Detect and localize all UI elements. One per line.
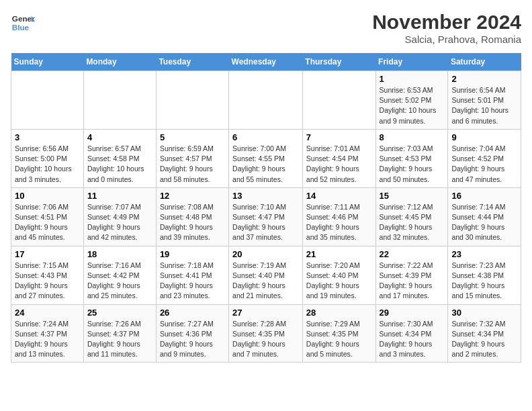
day-number: 17 — [15, 249, 80, 259]
logo: General Blue General Blue — [11, 11, 35, 35]
day-info: Sunrise: 7:18 AM Sunset: 4:41 PM Dayligh… — [160, 261, 225, 302]
day-info: Sunrise: 7:12 AM Sunset: 4:45 PM Dayligh… — [380, 202, 445, 243]
day-info: Sunrise: 7:11 AM Sunset: 4:46 PM Dayligh… — [306, 202, 372, 243]
day-number: 9 — [451, 132, 517, 142]
day-info: Sunrise: 6:59 AM Sunset: 4:57 PM Dayligh… — [160, 144, 225, 185]
day-number: 3 — [15, 132, 80, 142]
day-cell: 26Sunrise: 7:27 AM Sunset: 4:36 PM Dayli… — [156, 304, 228, 363]
col-header-monday: Monday — [83, 53, 156, 71]
day-number: 4 — [87, 132, 152, 142]
day-info: Sunrise: 7:19 AM Sunset: 4:40 PM Dayligh… — [232, 261, 299, 302]
day-info: Sunrise: 7:22 AM Sunset: 4:39 PM Dayligh… — [380, 261, 445, 302]
day-number: 5 — [160, 132, 225, 142]
col-header-friday: Friday — [375, 53, 448, 71]
day-cell — [11, 71, 84, 130]
day-number: 28 — [306, 308, 372, 318]
day-info: Sunrise: 7:29 AM Sunset: 4:35 PM Dayligh… — [306, 319, 372, 360]
day-info: Sunrise: 6:57 AM Sunset: 4:58 PM Dayligh… — [87, 144, 152, 185]
day-info: Sunrise: 7:30 AM Sunset: 4:34 PM Dayligh… — [380, 319, 445, 360]
day-info: Sunrise: 6:54 AM Sunset: 5:01 PM Dayligh… — [451, 85, 517, 126]
col-header-thursday: Thursday — [302, 53, 375, 71]
day-info: Sunrise: 6:56 AM Sunset: 5:00 PM Dayligh… — [15, 144, 80, 185]
day-info: Sunrise: 7:28 AM Sunset: 4:35 PM Dayligh… — [232, 319, 299, 360]
day-info: Sunrise: 7:26 AM Sunset: 4:37 PM Dayligh… — [87, 319, 152, 360]
week-row-1: 1Sunrise: 6:53 AM Sunset: 5:02 PM Daylig… — [11, 71, 521, 130]
day-cell: 11Sunrise: 7:07 AM Sunset: 4:49 PM Dayli… — [83, 187, 156, 246]
day-cell: 27Sunrise: 7:28 AM Sunset: 4:35 PM Dayli… — [229, 304, 303, 363]
week-row-2: 3Sunrise: 6:56 AM Sunset: 5:00 PM Daylig… — [11, 129, 521, 187]
day-info: Sunrise: 6:53 AM Sunset: 5:02 PM Dayligh… — [380, 85, 445, 126]
page-title: November 2024 — [372, 11, 521, 34]
day-number: 13 — [232, 191, 299, 201]
day-cell: 4Sunrise: 6:57 AM Sunset: 4:58 PM Daylig… — [83, 129, 156, 187]
day-info: Sunrise: 7:23 AM Sunset: 4:38 PM Dayligh… — [451, 261, 517, 302]
day-cell — [302, 71, 375, 130]
day-number: 30 — [451, 308, 517, 318]
calendar-table: SundayMondayTuesdayWednesdayThursdayFrid… — [11, 53, 521, 363]
day-cell — [83, 71, 156, 130]
day-cell: 21Sunrise: 7:20 AM Sunset: 4:40 PM Dayli… — [302, 246, 375, 304]
day-cell: 15Sunrise: 7:12 AM Sunset: 4:45 PM Dayli… — [375, 187, 448, 246]
col-header-wednesday: Wednesday — [229, 53, 303, 71]
day-number: 6 — [232, 132, 299, 142]
week-row-5: 24Sunrise: 7:24 AM Sunset: 4:37 PM Dayli… — [11, 304, 521, 363]
week-row-4: 17Sunrise: 7:15 AM Sunset: 4:43 PM Dayli… — [11, 246, 521, 304]
day-number: 1 — [380, 74, 445, 84]
day-cell: 8Sunrise: 7:03 AM Sunset: 4:53 PM Daylig… — [375, 129, 448, 187]
day-info: Sunrise: 7:06 AM Sunset: 4:51 PM Dayligh… — [15, 202, 80, 243]
day-cell: 23Sunrise: 7:23 AM Sunset: 4:38 PM Dayli… — [448, 246, 521, 304]
day-cell: 25Sunrise: 7:26 AM Sunset: 4:37 PM Dayli… — [83, 304, 156, 363]
day-info: Sunrise: 7:15 AM Sunset: 4:43 PM Dayligh… — [15, 261, 80, 302]
day-cell: 10Sunrise: 7:06 AM Sunset: 4:51 PM Dayli… — [11, 187, 84, 246]
day-number: 7 — [306, 132, 372, 142]
day-number: 20 — [232, 249, 299, 259]
day-info: Sunrise: 7:08 AM Sunset: 4:48 PM Dayligh… — [160, 202, 225, 243]
day-cell: 14Sunrise: 7:11 AM Sunset: 4:46 PM Dayli… — [302, 187, 375, 246]
day-cell: 16Sunrise: 7:14 AM Sunset: 4:44 PM Dayli… — [448, 187, 521, 246]
day-number: 24 — [15, 308, 80, 318]
day-cell: 1Sunrise: 6:53 AM Sunset: 5:02 PM Daylig… — [375, 71, 448, 130]
logo-icon: General Blue — [11, 11, 35, 35]
day-info: Sunrise: 7:01 AM Sunset: 4:54 PM Dayligh… — [306, 144, 372, 185]
day-number: 29 — [380, 308, 445, 318]
page-subtitle: Salcia, Prahova, Romania — [372, 34, 521, 45]
header-row: SundayMondayTuesdayWednesdayThursdayFrid… — [11, 53, 521, 71]
day-number: 18 — [87, 249, 152, 259]
day-number: 8 — [380, 132, 445, 142]
day-number: 15 — [380, 191, 445, 201]
day-number: 14 — [306, 191, 372, 201]
day-number: 2 — [451, 74, 517, 84]
day-cell: 5Sunrise: 6:59 AM Sunset: 4:57 PM Daylig… — [156, 129, 228, 187]
day-cell: 29Sunrise: 7:30 AM Sunset: 4:34 PM Dayli… — [375, 304, 448, 363]
day-cell: 18Sunrise: 7:16 AM Sunset: 4:42 PM Dayli… — [83, 246, 156, 304]
col-header-sunday: Sunday — [11, 53, 84, 71]
day-info: Sunrise: 7:14 AM Sunset: 4:44 PM Dayligh… — [451, 202, 517, 243]
day-number: 19 — [160, 249, 225, 259]
day-cell: 28Sunrise: 7:29 AM Sunset: 4:35 PM Dayli… — [302, 304, 375, 363]
day-cell: 12Sunrise: 7:08 AM Sunset: 4:48 PM Dayli… — [156, 187, 228, 246]
day-cell: 9Sunrise: 7:04 AM Sunset: 4:52 PM Daylig… — [448, 129, 521, 187]
day-number: 10 — [15, 191, 80, 201]
day-cell — [156, 71, 228, 130]
day-info: Sunrise: 7:07 AM Sunset: 4:49 PM Dayligh… — [87, 202, 152, 243]
day-cell: 20Sunrise: 7:19 AM Sunset: 4:40 PM Dayli… — [229, 246, 303, 304]
day-number: 23 — [451, 249, 517, 259]
day-cell: 6Sunrise: 7:00 AM Sunset: 4:55 PM Daylig… — [229, 129, 303, 187]
day-number: 11 — [87, 191, 152, 201]
day-number: 21 — [306, 249, 372, 259]
day-info: Sunrise: 7:32 AM Sunset: 4:34 PM Dayligh… — [451, 319, 517, 360]
svg-text:Blue: Blue — [12, 23, 30, 32]
day-cell: 2Sunrise: 6:54 AM Sunset: 5:01 PM Daylig… — [448, 71, 521, 130]
day-info: Sunrise: 7:24 AM Sunset: 4:37 PM Dayligh… — [15, 319, 80, 360]
day-info: Sunrise: 7:27 AM Sunset: 4:36 PM Dayligh… — [160, 319, 225, 360]
day-cell: 3Sunrise: 6:56 AM Sunset: 5:00 PM Daylig… — [11, 129, 84, 187]
title-block: November 2024 Salcia, Prahova, Romania — [372, 11, 521, 45]
day-info: Sunrise: 7:03 AM Sunset: 4:53 PM Dayligh… — [380, 144, 445, 185]
day-info: Sunrise: 7:16 AM Sunset: 4:42 PM Dayligh… — [87, 261, 152, 302]
day-cell: 17Sunrise: 7:15 AM Sunset: 4:43 PM Dayli… — [11, 246, 84, 304]
day-number: 22 — [380, 249, 445, 259]
day-cell: 13Sunrise: 7:10 AM Sunset: 4:47 PM Dayli… — [229, 187, 303, 246]
day-cell: 19Sunrise: 7:18 AM Sunset: 4:41 PM Dayli… — [156, 246, 228, 304]
day-number: 27 — [232, 308, 299, 318]
day-cell: 22Sunrise: 7:22 AM Sunset: 4:39 PM Dayli… — [375, 246, 448, 304]
